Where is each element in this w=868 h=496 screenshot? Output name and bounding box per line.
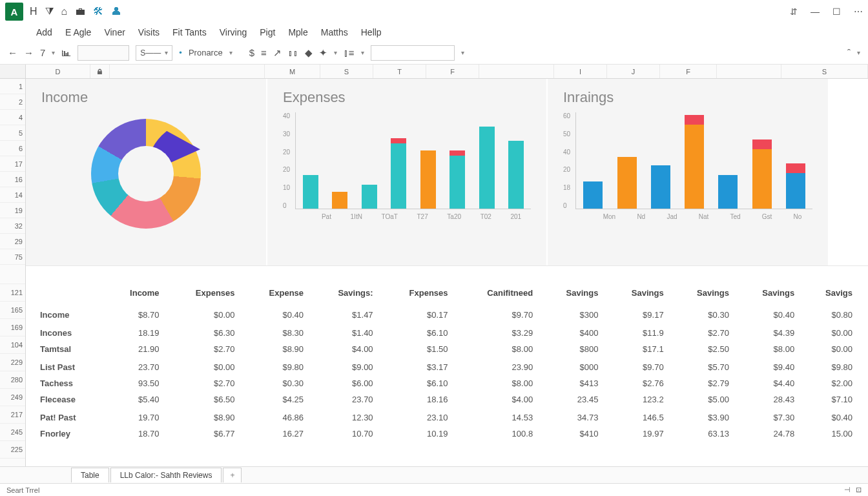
seven-icon[interactable]: 7 xyxy=(40,47,45,58)
expand-icon[interactable]: ˆ xyxy=(847,47,851,58)
row-header-cell[interactable]: 249 xyxy=(0,389,25,406)
row-header-cell[interactable]: 6 xyxy=(0,141,25,156)
pronarce-chev-icon[interactable]: ▾ xyxy=(229,49,232,56)
align-icon[interactable]: ≡ xyxy=(261,47,267,58)
bar xyxy=(332,192,347,209)
formula-chev-icon[interactable]: ▾ xyxy=(461,49,464,56)
bars-icon[interactable]: ⫾⫾ xyxy=(288,47,298,58)
currency-icon[interactable]: $ xyxy=(249,47,254,58)
menu-matths[interactable]: Matths xyxy=(321,27,348,37)
dropdown-icon[interactable]: ▾ xyxy=(52,49,55,56)
more-button[interactable]: ⋯ xyxy=(854,6,863,17)
qa-tools-icon[interactable]: 🛠︎ xyxy=(93,6,103,17)
table-row[interactable]: Fnorley18.70$6.7716.2710.7010.19100.8$41… xyxy=(34,426,859,442)
table-row[interactable]: Income$8.70$0.00$0.40$1.47$0.17$9.70$300… xyxy=(34,304,859,323)
menu-fittants[interactable]: Fit Tants xyxy=(172,27,207,37)
menu-pigt[interactable]: Pigt xyxy=(260,27,275,37)
select-all-corner[interactable] xyxy=(0,65,26,78)
menu-add[interactable]: Add xyxy=(36,27,52,37)
col-header[interactable]: Savigs xyxy=(801,284,859,304)
tab-table[interactable]: Table xyxy=(71,468,109,482)
row-header-cell[interactable]: 16 xyxy=(0,172,25,187)
bullet-icon[interactable]: ◆ xyxy=(305,47,313,59)
tab-add[interactable]: + xyxy=(223,468,242,482)
row-header-cell[interactable]: 280 xyxy=(0,371,25,389)
table-row[interactable]: List Past23.70$0.00$9.80$9.00$3.1723.90$… xyxy=(34,357,859,375)
sparkle-icon[interactable]: ✦ xyxy=(319,47,327,59)
arrow-icon[interactable]: ↗ xyxy=(273,47,282,59)
table-row[interactable]: Incones18.19$6.30$8.30$1.40$6.10$3.29$40… xyxy=(34,323,859,341)
qa-home-icon[interactable]: ⌂ xyxy=(61,6,68,17)
style-select[interactable]: S——▾ xyxy=(136,45,172,61)
col-f[interactable]: F xyxy=(426,65,479,78)
formula-bar[interactable] xyxy=(371,45,455,61)
row-header-cell[interactable]: 19 xyxy=(0,203,25,218)
col-header[interactable]: Savings xyxy=(736,284,801,304)
maximize-button[interactable]: ☐ xyxy=(832,6,841,17)
col-lock[interactable]: 🔒︎ xyxy=(90,65,110,78)
row-header-cell[interactable]: 32 xyxy=(0,218,25,234)
chart-icon[interactable]: 📊︎ xyxy=(61,47,71,58)
row-header-cell[interactable] xyxy=(0,265,25,284)
row-header-cell[interactable]: 29 xyxy=(0,234,25,249)
row-header-cell[interactable]: 121 xyxy=(0,284,25,302)
row-header-cell[interactable]: 165 xyxy=(0,302,25,319)
col-header[interactable]: Savings: xyxy=(310,284,380,304)
tab-reviews[interactable]: LLb Calor:- Sahth Reviews xyxy=(110,468,222,482)
zoom-icon[interactable]: ⊡ xyxy=(856,486,862,494)
row-header-cell[interactable]: 229 xyxy=(0,354,25,371)
menu-eagle[interactable]: E Agle xyxy=(65,27,91,37)
col-m[interactable]: M xyxy=(265,65,320,78)
row-header-cell[interactable]: 225 xyxy=(0,441,25,459)
col-header[interactable]: Expense xyxy=(242,284,311,304)
table-row[interactable]: Tamtsal21.90$2.70$8.90$4.00$1.50$8.00$80… xyxy=(34,341,859,357)
qa-filter-icon[interactable]: ⧩ xyxy=(45,6,54,17)
col-j[interactable]: J xyxy=(607,65,660,78)
table-row[interactable]: Pat! Past19.70$8.9046.8612.3023.1014.533… xyxy=(34,408,859,426)
pronarce-label[interactable]: Pronarce xyxy=(189,48,223,57)
menu-visits[interactable]: Visits xyxy=(138,27,160,37)
income-card: Income xyxy=(26,79,267,265)
back-icon[interactable]: ← xyxy=(8,47,17,58)
table-row[interactable]: Flecease$5.40$6.50$4.2523.7018.16$4.0023… xyxy=(34,391,859,408)
col-header[interactable]: Expenses xyxy=(166,284,242,304)
col-t[interactable]: T xyxy=(373,65,426,78)
col-header[interactable]: Savings xyxy=(604,284,670,304)
row-header-cell[interactable]: 17 xyxy=(0,156,25,172)
row-header-cell[interactable]: 104 xyxy=(0,336,25,354)
col-i[interactable]: I xyxy=(554,65,607,78)
row-header-cell[interactable]: 4 xyxy=(0,110,25,125)
qa-briefcase-icon[interactable]: 💼︎ xyxy=(75,6,85,17)
collapse-icon[interactable]: ⇵ xyxy=(790,6,798,17)
col-s[interactable]: S xyxy=(320,65,373,78)
row-header-cell[interactable]: 217 xyxy=(0,406,25,424)
table-row[interactable]: Tachess93.50$2.70$0.30$6.00$6.10$8.00$41… xyxy=(34,375,859,391)
row-header-cell[interactable]: 1 xyxy=(0,79,25,94)
col-header[interactable]: Income xyxy=(105,284,166,304)
row-header-cell[interactable]: 14 xyxy=(0,187,25,203)
row-header-cell[interactable]: 75 xyxy=(0,249,25,265)
name-box[interactable] xyxy=(78,45,129,61)
col-f2[interactable]: F xyxy=(660,65,717,78)
qa-user-icon[interactable]: 👤︎ xyxy=(111,6,121,17)
col-d[interactable]: D xyxy=(26,65,90,78)
col-header[interactable]: Fxpenses xyxy=(380,284,455,304)
status-text: Seart Trrel xyxy=(6,486,39,494)
menu-virving[interactable]: Virving xyxy=(220,27,247,37)
col-header[interactable]: Savings xyxy=(670,284,736,304)
col-header[interactable]: Savings xyxy=(539,284,604,304)
col-header[interactable] xyxy=(34,284,105,304)
col-header[interactable]: Canifitneed xyxy=(455,284,540,304)
menu-mple[interactable]: Mple xyxy=(288,27,307,37)
minimize-button[interactable]: — xyxy=(811,6,820,17)
forward-icon[interactable]: → xyxy=(24,47,34,58)
row-header-cell[interactable]: 5 xyxy=(0,125,25,141)
menu-viner[interactable]: Viner xyxy=(104,27,125,37)
row-header-cell[interactable]: 169 xyxy=(0,319,25,336)
row-header-cell[interactable]: 2 xyxy=(0,94,25,110)
col-s2[interactable]: S xyxy=(781,65,868,78)
row-header-cell[interactable]: 245 xyxy=(0,424,25,441)
qa-h-icon[interactable]: H xyxy=(30,6,37,17)
indent-icon[interactable]: ⫿≡ xyxy=(344,47,355,58)
menu-hellp[interactable]: Hellp xyxy=(361,27,382,37)
